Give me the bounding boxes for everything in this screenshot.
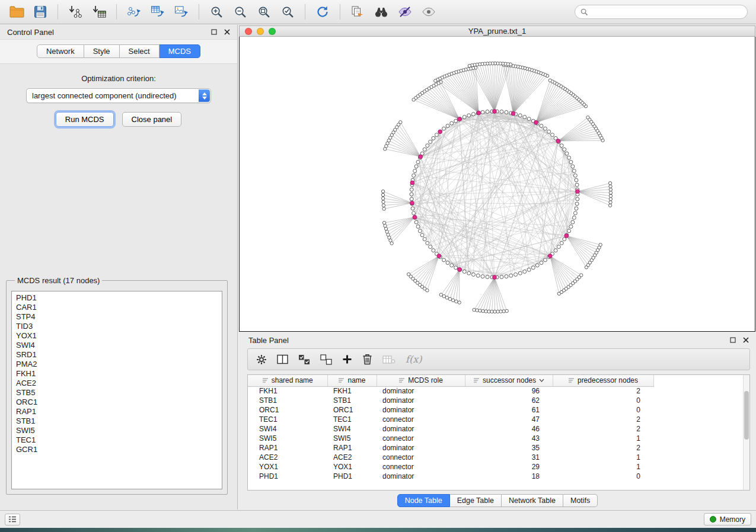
list-item[interactable]: CAR1 bbox=[16, 303, 222, 312]
table-row[interactable]: YOX1YOX1connector291 bbox=[248, 462, 653, 472]
run-mcds-button[interactable]: Run MCDS bbox=[56, 112, 114, 127]
table-row[interactable]: TEC1TEC1connector472 bbox=[248, 415, 653, 424]
table-cell: 2 bbox=[553, 443, 653, 453]
hide-selected-eye-slash-icon[interactable] bbox=[394, 2, 416, 21]
list-item[interactable]: YOX1 bbox=[16, 331, 222, 341]
column-header-mcds-role[interactable]: MCDS role bbox=[377, 375, 465, 386]
close-panel-icon[interactable] bbox=[224, 29, 230, 35]
close-window-icon[interactable] bbox=[245, 28, 252, 35]
table-cell: 0 bbox=[553, 405, 653, 415]
network-window-titlebar[interactable]: YPA_prune.txt_1 bbox=[239, 25, 755, 37]
tab-select[interactable]: Select bbox=[120, 44, 160, 58]
list-item[interactable]: PMA2 bbox=[16, 360, 222, 369]
zoom-in-icon[interactable] bbox=[206, 2, 227, 21]
task-history-button[interactable] bbox=[5, 514, 20, 525]
list-item[interactable]: PHD1 bbox=[16, 293, 222, 303]
list-item[interactable]: SWI4 bbox=[16, 341, 222, 350]
delete-column-trash-icon[interactable] bbox=[362, 354, 372, 365]
list-item[interactable]: TID3 bbox=[16, 322, 222, 331]
list-item[interactable]: GCR1 bbox=[16, 445, 222, 454]
table-settings-gear-icon[interactable] bbox=[256, 354, 267, 365]
table-row[interactable]: FKH1FKH1dominator962 bbox=[248, 386, 653, 396]
tab-motifs[interactable]: Motifs bbox=[563, 494, 598, 507]
list-item[interactable]: TEC1 bbox=[16, 435, 222, 445]
search-area bbox=[575, 5, 748, 19]
import-table-file-icon[interactable] bbox=[88, 2, 110, 21]
list-item[interactable]: STB1 bbox=[16, 416, 222, 426]
show-all-eye-icon[interactable] bbox=[418, 2, 439, 21]
table-cell: ACE2 bbox=[248, 453, 327, 462]
import-network-file-icon[interactable] bbox=[65, 2, 86, 21]
unselect-all-columns-icon[interactable] bbox=[320, 354, 332, 365]
optimization-criterion-label: Optimization criterion: bbox=[0, 74, 237, 83]
table-row[interactable]: RAP1RAP1dominator352 bbox=[248, 443, 653, 453]
binoculars-icon[interactable] bbox=[371, 2, 392, 21]
table-row[interactable]: PHD1PHD1dominator180 bbox=[248, 472, 653, 481]
table-cell: 43 bbox=[465, 434, 553, 443]
table-cell: 29 bbox=[465, 462, 553, 472]
table-cell: ACE2 bbox=[327, 453, 377, 462]
float-panel-icon[interactable] bbox=[211, 29, 217, 35]
table-row[interactable]: SWI4SWI4dominator462 bbox=[248, 424, 653, 434]
zoom-selected-icon[interactable] bbox=[277, 2, 298, 21]
table-panel-header: Table Panel bbox=[239, 333, 756, 347]
show-columns-icon[interactable] bbox=[277, 354, 288, 364]
mcds-result-list[interactable]: PHD1CAR1STP4TID3YOX1SWI4SRD1PMA2FKH1ACE2… bbox=[11, 291, 222, 489]
network-graph[interactable] bbox=[240, 37, 754, 331]
zoom-out-icon[interactable] bbox=[229, 2, 251, 21]
search-field[interactable] bbox=[575, 5, 748, 19]
duplicate-network-icon[interactable] bbox=[347, 2, 368, 21]
table-row[interactable]: STB1STB1dominator620 bbox=[248, 396, 653, 405]
save-icon[interactable] bbox=[30, 2, 51, 21]
select-all-columns-icon[interactable] bbox=[298, 354, 310, 365]
list-item[interactable]: SWI5 bbox=[16, 426, 222, 435]
list-item[interactable]: STB5 bbox=[16, 388, 222, 398]
column-header-name[interactable]: name bbox=[327, 375, 377, 386]
tab-node-table[interactable]: Node Table bbox=[397, 494, 450, 507]
scrollbar-thumb[interactable] bbox=[744, 391, 749, 439]
table-cell: FKH1 bbox=[327, 386, 377, 396]
memory-status-button[interactable]: Memory bbox=[704, 513, 751, 525]
close-table-panel-icon[interactable] bbox=[743, 337, 749, 343]
minimize-window-icon[interactable] bbox=[257, 28, 264, 35]
sort-descending-icon bbox=[539, 379, 544, 382]
table-row[interactable]: SWI5SWI5connector431 bbox=[248, 434, 653, 443]
column-header-predecessor-nodes[interactable]: predecessor nodes bbox=[553, 375, 653, 386]
table-cell: TEC1 bbox=[248, 415, 327, 424]
export-table-icon[interactable] bbox=[147, 2, 168, 21]
toolbar-separator bbox=[116, 4, 117, 20]
table-cell: SWI4 bbox=[327, 424, 377, 434]
criterion-select[interactable]: largest connected component (undirected) bbox=[26, 88, 211, 103]
table-vertical-scrollbar[interactable] bbox=[743, 375, 749, 490]
tab-network-table[interactable]: Network Table bbox=[502, 494, 563, 507]
maximize-window-icon[interactable] bbox=[269, 28, 276, 35]
open-file-icon[interactable] bbox=[6, 2, 27, 21]
create-column-icon[interactable] bbox=[342, 354, 352, 364]
list-item[interactable]: ORC1 bbox=[16, 398, 222, 407]
column-menu-icon bbox=[338, 377, 344, 383]
tab-edge-table[interactable]: Edge Table bbox=[450, 494, 502, 507]
list-item[interactable]: FKH1 bbox=[16, 369, 222, 379]
tab-mcds[interactable]: MCDS bbox=[160, 44, 200, 58]
table-row[interactable]: ACE2ACE2connector311 bbox=[248, 453, 653, 462]
refresh-icon[interactable] bbox=[312, 2, 333, 21]
table-row[interactable]: ORC1ORC1dominator610 bbox=[248, 405, 653, 415]
export-image-icon[interactable] bbox=[171, 2, 192, 21]
close-panel-button[interactable]: Close panel bbox=[122, 112, 182, 127]
list-item[interactable]: ACE2 bbox=[16, 379, 222, 388]
search-input[interactable] bbox=[592, 8, 742, 16]
tab-style[interactable]: Style bbox=[84, 44, 120, 58]
network-canvas[interactable] bbox=[239, 37, 755, 332]
list-item[interactable]: STP4 bbox=[16, 312, 222, 322]
float-table-panel-icon[interactable] bbox=[730, 337, 736, 343]
list-item[interactable]: RAP1 bbox=[16, 407, 222, 416]
tab-network[interactable]: Network bbox=[37, 44, 84, 58]
column-header-shared-name[interactable]: shared name bbox=[248, 375, 327, 386]
column-header-successor-nodes[interactable]: successor nodes bbox=[465, 375, 553, 386]
table-cell: 2 bbox=[553, 415, 653, 424]
export-network-icon[interactable] bbox=[123, 2, 145, 21]
main-toolbar bbox=[0, 0, 756, 24]
zoom-fit-icon[interactable] bbox=[253, 2, 275, 21]
table-cell: 1 bbox=[553, 453, 653, 462]
list-item[interactable]: SRD1 bbox=[16, 350, 222, 360]
